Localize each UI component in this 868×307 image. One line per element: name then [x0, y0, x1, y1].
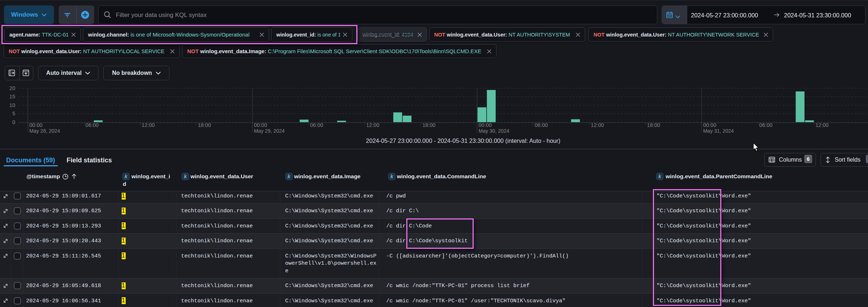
svg-text:12:00: 12:00 [591, 122, 604, 128]
svg-text:0: 0 [12, 119, 15, 125]
svg-text:12:00: 12:00 [815, 122, 829, 128]
svg-text:06:00: 06:00 [310, 122, 323, 128]
svg-text:May 28, 2024: May 28, 2024 [29, 128, 60, 134]
svg-text:5: 5 [12, 111, 15, 116]
svg-text:12:00: 12:00 [366, 122, 379, 128]
svg-text:06:00: 06:00 [759, 122, 772, 128]
svg-text:May 31, 2024: May 31, 2024 [703, 128, 734, 134]
svg-text:18:00: 18:00 [198, 122, 211, 128]
svg-text:00:00: 00:00 [254, 122, 267, 128]
svg-text:18:00: 18:00 [422, 122, 435, 128]
svg-text:00:00: 00:00 [479, 122, 492, 128]
svg-text:20: 20 [9, 85, 15, 91]
svg-text:12:00: 12:00 [142, 122, 155, 128]
svg-text:06:00: 06:00 [85, 122, 98, 128]
svg-text:06:00: 06:00 [535, 122, 548, 128]
svg-text:May 30, 2024: May 30, 2024 [479, 128, 510, 134]
svg-text:00:00: 00:00 [29, 122, 42, 128]
svg-text:18:00: 18:00 [647, 122, 660, 128]
svg-text:15: 15 [9, 94, 15, 99]
svg-text:00:00: 00:00 [703, 122, 716, 128]
svg-text:May 29, 2024: May 29, 2024 [254, 128, 285, 134]
svg-text:10: 10 [9, 102, 15, 108]
